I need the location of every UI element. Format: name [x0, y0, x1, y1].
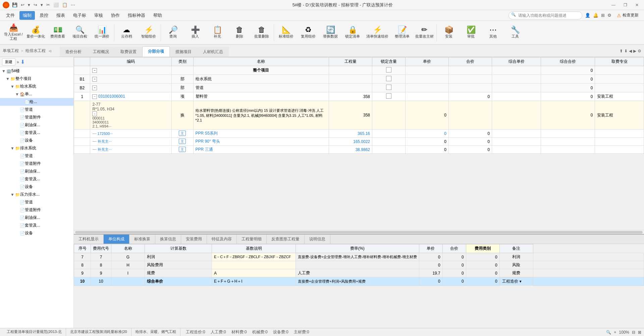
tree-item-pipe3[interactable]: 📄 管道	[0, 198, 73, 206]
expand-b2[interactable]: −	[92, 86, 97, 90]
menu-collab[interactable]: 协作	[108, 11, 123, 20]
zoom-out-icon[interactable]: 🔍	[606, 330, 611, 335]
tree-toggle-single[interactable]: ▼	[15, 92, 19, 97]
th-comp-unit[interactable]: 综合单价	[492, 57, 541, 66]
th-code[interactable]: 编码	[90, 57, 171, 66]
cell-qty-mat2[interactable]: 165.0022	[329, 138, 372, 146]
expand-overall[interactable]: −	[92, 68, 97, 73]
tree-item-equip3[interactable]: 📄 设备	[0, 229, 73, 237]
bcell-fee-type-10[interactable]: 工程造价 ▼	[500, 277, 533, 286]
notification-icon[interactable]: 🔔	[593, 13, 598, 18]
tool-tools[interactable]: 🔧 工具	[504, 22, 526, 43]
tool-organize-list[interactable]: 📝 整理清单	[391, 22, 413, 43]
tree-toggle-5f[interactable]: ▼	[1, 69, 6, 74]
cell-unit-mat1[interactable]: 0	[405, 130, 448, 138]
more-icon[interactable]: ⋯	[69, 2, 76, 8]
bottom-tab-reverse-qty[interactable]: 反查图形工程量	[267, 235, 305, 244]
bottom-tab-std-calc[interactable]: 标准换算	[129, 235, 155, 244]
tree-item-pf2[interactable]: 📄 管道附件	[0, 160, 73, 167]
bcell-base-9[interactable]: A	[212, 269, 296, 277]
tool-lock-list[interactable]: 🔒 锁定清单	[342, 22, 363, 43]
cut-icon[interactable]: ✂	[45, 2, 51, 8]
redo-icon[interactable]: ↪	[32, 2, 39, 8]
redo-dropdown[interactable]: ▾	[39, 2, 44, 8]
bcell-unit-8[interactable]: 0	[442, 261, 466, 269]
tree-toggle-water[interactable]: ▼	[10, 84, 15, 89]
tree-item-paint1[interactable]: 📄 刷油保...	[0, 121, 73, 129]
menu-edit[interactable]: 编制	[19, 11, 35, 20]
cell-unit-mat3[interactable]: 0	[405, 146, 448, 154]
tool-fee-view[interactable]: 💵 费用查看	[47, 22, 68, 43]
main-table-wrap[interactable]: 编码 类别 名称 工程量 锁定含量 单价 合价 综合单价 综合合价 取费专业	[74, 57, 644, 230]
tree-toggle-drain[interactable]: ▼	[10, 146, 15, 151]
tree-item-pipe-fitting[interactable]: 📄 管道附件	[0, 113, 73, 121]
tool-bq-integration[interactable]: 💰 量价一体化	[25, 22, 46, 43]
maximize-button[interactable]: ❐	[621, 2, 630, 8]
menu-ebid[interactable]: 电子标	[70, 11, 90, 20]
th-fee-spec[interactable]: 取费专业	[595, 57, 644, 66]
check-update-button[interactable]: ⚠ 检查更新	[614, 11, 641, 19]
bcell-rate-10[interactable]: 0	[419, 277, 442, 286]
bottom-tab-install-fee[interactable]: 安装费用	[181, 235, 207, 244]
settings-icon[interactable]: ⚙	[607, 13, 611, 18]
checkbox-b1[interactable]	[386, 76, 391, 81]
tool-insert[interactable]: ➕ 插入	[184, 22, 206, 43]
bottom-tab-calc-info[interactable]: 换算信息	[155, 235, 181, 244]
tree-item-paint2[interactable]: 📄 刷油保...	[0, 167, 73, 175]
tab-cost-analysis[interactable]: 造价分析	[60, 47, 87, 57]
bcell-total-7[interactable]: 0	[466, 253, 499, 261]
tree-item-paint3[interactable]: 📄 刷油保...	[0, 214, 73, 222]
menu-help[interactable]: 帮助	[150, 11, 165, 20]
bcell-rate-7[interactable]: 0	[419, 253, 442, 261]
cell-qty-1[interactable]: 358	[329, 92, 372, 101]
sidebar-download-icon[interactable]: ⬇	[20, 59, 25, 65]
menu-file[interactable]: 文件	[3, 11, 18, 20]
save-icon[interactable]: 💾	[11, 2, 19, 8]
tool-reuse-group[interactable]: ♻ 复用组价	[298, 22, 319, 43]
close-button[interactable]: ✕	[633, 2, 641, 8]
menu-quality[interactable]: 质控	[36, 11, 52, 20]
tree-toggle-full[interactable]: ▼	[5, 77, 10, 81]
tool-smart-group[interactable]: ⚡ 智能组价	[138, 22, 159, 43]
bcell-base-8[interactable]	[212, 261, 296, 269]
cell-unit-sub[interactable]: 0	[405, 101, 448, 130]
tree-item-pipe[interactable]: 📄 管道	[0, 106, 73, 113]
tab-division-items[interactable]: 分部分项	[142, 46, 170, 57]
paste-icon[interactable]: 📋	[61, 2, 69, 8]
bottom-tab-qty-detail[interactable]: 工程量明细	[237, 235, 267, 244]
breadcrumb-collapse[interactable]: ⊲	[48, 49, 52, 53]
sbt-2[interactable]: 北京市建设工程预算消耗量标准(20	[66, 328, 131, 336]
nav-next-icon[interactable]: ▶	[633, 49, 636, 53]
h-scrollbar[interactable]	[74, 230, 644, 234]
checkbox-b2[interactable]	[386, 85, 391, 90]
expand-b1[interactable]: −	[92, 77, 97, 82]
tool-delete[interactable]: 🗑 删除	[229, 22, 250, 43]
cell-qty-mat3[interactable]: 38.9862	[329, 146, 372, 154]
tool-supplement[interactable]: 📋 补充	[207, 22, 228, 43]
new-button[interactable]: 新建	[2, 58, 15, 65]
tool-audit[interactable]: ✅ 审批	[460, 22, 482, 43]
tool-replace-data[interactable]: 🔄 替换数据	[320, 22, 341, 43]
th-type[interactable]: 类别	[171, 57, 193, 66]
tab-labor-material[interactable]: 人材机汇总	[197, 47, 229, 57]
nav-settings-icon[interactable]: ⚙	[638, 49, 641, 53]
nav-up-icon[interactable]: ⬆	[620, 49, 623, 53]
tool-import-excel[interactable]: 📥 导入Excel /工程	[3, 22, 24, 43]
sbt-3[interactable]: 给排水、采暖、燃气工程	[131, 328, 180, 336]
tree-item-single[interactable]: ▼ 🏠 单...	[0, 90, 73, 98]
tool-other[interactable]: ⋯ 其他	[482, 22, 504, 43]
tool-install[interactable]: 📦 安装	[438, 22, 460, 43]
sbt-1[interactable]: 工程量清单项目计量规范(2013-北	[3, 328, 66, 336]
bottom-tab-features[interactable]: 特征及内容	[207, 235, 237, 244]
grid-icon[interactable]: ⊞	[601, 13, 605, 18]
copy-icon[interactable]: ⬜	[52, 2, 60, 8]
undo-dropdown[interactable]: ▾	[26, 2, 32, 8]
breadcrumb-project[interactable]: 单项工程	[3, 48, 19, 54]
minimize-button[interactable]: —	[609, 2, 618, 8]
tree-item-sleeve2[interactable]: 📄 套管及...	[0, 175, 73, 183]
nav-prev-icon[interactable]: ◀	[629, 49, 632, 53]
bottom-tab-desc[interactable]: 说明信息	[305, 235, 330, 244]
tree-item-full-project[interactable]: ▼ 📁 整个项目	[0, 75, 73, 83]
tree-item-drain[interactable]: ▼ 📁 排水系统	[0, 144, 73, 152]
cell-qty-sub[interactable]: 358	[329, 101, 372, 130]
